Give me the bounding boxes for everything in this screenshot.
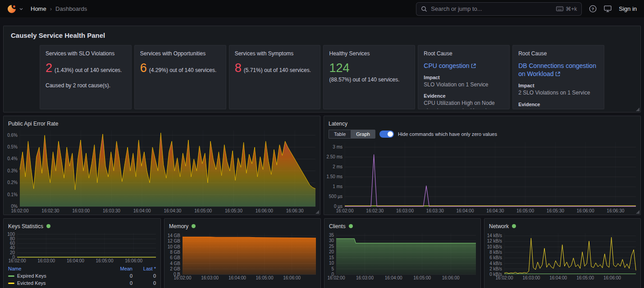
legend-col-name[interactable]: Name (8, 266, 111, 271)
keys-chart[interactable]: 10080604020016:02:0016:03:0016:04:0016:0… (4, 230, 160, 264)
svg-text:0.1%: 0.1% (7, 192, 18, 197)
help-icon[interactable]: ? (589, 5, 597, 13)
monitor-icon[interactable] (604, 5, 612, 12)
panel-title-text: Network (489, 223, 509, 230)
stat-title: Healthy Services (329, 50, 409, 57)
svg-text:16:03:00: 16:03:00 (522, 275, 540, 280)
legend-series-toggle[interactable]: Expired Keys (8, 273, 111, 279)
svg-text:16:04:00: 16:04:00 (549, 275, 567, 280)
impact-value: 2 SLO Violations on 1 Service (518, 89, 598, 96)
memory-panel-title[interactable]: Memory (164, 219, 320, 230)
panel-resize-handle[interactable] (636, 108, 639, 111)
evidence-value: CPU Utilization High on Node gke-chaos-s… (424, 99, 504, 109)
legend-col-mean[interactable]: Mean (111, 266, 132, 271)
legend-series-toggle[interactable]: Evicted Keys (8, 280, 111, 286)
clients-panel-title[interactable]: Clients (324, 219, 480, 230)
table-button[interactable]: Table (329, 130, 351, 139)
svg-text:16:03:30: 16:03:30 (426, 208, 444, 213)
impact-label: Impact (518, 83, 598, 88)
health-cards: Services with SLO Violations 2 (1.43%) o… (40, 45, 604, 109)
breadcrumb-dashboards[interactable]: Dashboards (55, 5, 87, 12)
svg-text:14 GB: 14 GB (168, 233, 181, 238)
svg-text:16:06:30: 16:06:30 (286, 208, 304, 213)
svg-text:3 ms: 3 ms (333, 144, 343, 149)
svg-text:10 GB: 10 GB (168, 244, 181, 249)
svg-text:16:04:00: 16:04:00 (385, 275, 402, 280)
keys-statistics-panel: Keys Statistics 10080604020016:02:0016:0… (3, 218, 161, 288)
clients-chart[interactable]: 3530252015105016:02:0016:03:0016:04:0016… (324, 230, 480, 281)
memory-panel: Memory 14 GB12 GB10 GB8 GB6 GB4 GB2 GB0 … (164, 218, 321, 288)
svg-text:16:06:30: 16:06:30 (607, 208, 624, 213)
latency-chart[interactable]: 3 ms2.50 ms2 ms1.50 ms1 ms500 µs0 µs16:0… (324, 140, 640, 214)
svg-text:16:02:30: 16:02:30 (41, 208, 59, 213)
dashboard: Causely Service Health Panel Services wi… (0, 18, 644, 288)
panel-title-text: Latency (329, 121, 347, 127)
stat-value: 6 (140, 62, 147, 74)
latency-panel: Latency Table Graph Hide commands which … (324, 116, 641, 215)
svg-text:16:06:00: 16:06:00 (577, 208, 594, 213)
external-link-icon (471, 63, 476, 68)
chevron-down-icon[interactable] (19, 7, 23, 11)
zero-values-toggle[interactable] (379, 130, 394, 138)
root-cause-link[interactable]: DB Connections congestion on Workload (518, 62, 598, 78)
svg-text:16:05:30: 16:05:30 (547, 208, 564, 213)
svg-text:12 GB: 12 GB (168, 238, 181, 243)
svg-text:0.4%: 0.4% (7, 156, 18, 161)
error-rate-panel-title[interactable]: Public Api Error Rate (4, 116, 320, 128)
series-label: Expired Keys (17, 273, 46, 279)
latency-panel-title[interactable]: Latency (324, 116, 640, 128)
grafana-logo-icon[interactable] (7, 4, 16, 14)
svg-text:16:06:00: 16:06:00 (125, 258, 142, 263)
panel-title-text: Memory (169, 223, 188, 230)
svg-text:16:04:00: 16:04:00 (67, 258, 84, 263)
root-cause-title: Root Cause (424, 50, 504, 57)
svg-text:16:05:00: 16:05:00 (96, 258, 114, 263)
svg-text:16:02:30: 16:02:30 (366, 208, 384, 213)
search-box[interactable]: ⌘+k (416, 2, 582, 16)
zero-values-toggle-label: Hide commands which have only zero value… (398, 131, 497, 137)
health-ok-dot (46, 224, 50, 228)
memory-chart[interactable]: 14 GB12 GB10 GB8 GB6 GB4 GB2 GB0 B16:02:… (164, 230, 320, 281)
breadcrumb-home[interactable]: Home (31, 5, 46, 12)
svg-text:0.5%: 0.5% (7, 144, 18, 149)
svg-text:10: 10 (329, 261, 334, 266)
svg-text:16:02:00: 16:02:00 (496, 275, 513, 280)
keyboard-icon (556, 6, 563, 11)
svg-text:16:03:00: 16:03:00 (37, 258, 55, 263)
svg-text:16:02:00: 16:02:00 (9, 258, 26, 263)
svg-text:16:03:00: 16:03:00 (201, 275, 219, 280)
stat-note: Caused by 2 root cause(s). (46, 82, 126, 89)
stat-title: Services with SLO Violations (46, 50, 126, 57)
graph-button[interactable]: Graph (351, 130, 375, 139)
health-ok-dot (512, 224, 516, 228)
svg-text:2 kB/s: 2 kB/s (489, 266, 502, 271)
sign-in-link[interactable]: Sign in (619, 5, 637, 12)
svg-text:16:06:00: 16:06:00 (283, 275, 301, 280)
legend-last-value: 0 (132, 280, 156, 286)
network-panel: Network 14 kB/s12 kB/s10 kB/s8 kB/s6 kB/… (484, 218, 641, 288)
svg-text:2 ms: 2 ms (333, 164, 343, 169)
svg-text:1 ms: 1 ms (333, 184, 343, 189)
network-panel-title[interactable]: Network (484, 219, 640, 230)
stat-detail: (1.43%) out of 140 services. (55, 67, 122, 73)
panel-title-text: Clients (329, 223, 346, 230)
legend-col-last[interactable]: Last * (132, 266, 156, 271)
network-chart[interactable]: 14 kB/s12 kB/s10 kB/s8 kB/s6 kB/s4 kB/s2… (484, 230, 640, 281)
stat-card-symptoms: Services with Symptoms 8 (5.71%) out of … (229, 45, 321, 109)
svg-text:16:06:00: 16:06:00 (256, 208, 273, 213)
series-color-mark (8, 283, 14, 284)
breadcrumb: Home › Dashboards (31, 5, 87, 12)
search-input[interactable] (431, 5, 553, 12)
error-rate-chart[interactable]: 0.6%0.5%0.4%0.3%0.2%0.1%0%16:02:0016:02:… (4, 128, 320, 214)
root-cause-link[interactable]: CPU congestion (424, 62, 504, 70)
health-panel-title[interactable]: Causely Service Health Panel (4, 26, 640, 39)
keys-panel-title[interactable]: Keys Statistics (4, 219, 160, 230)
search-icon (421, 6, 427, 12)
svg-text:20: 20 (329, 249, 334, 254)
svg-text:10 kB/s: 10 kB/s (487, 244, 502, 249)
breadcrumb-separator-icon: › (50, 5, 52, 12)
panel-resize-handle[interactable] (315, 210, 319, 214)
stat-value: 2 (46, 62, 52, 74)
panel-resize-handle[interactable] (636, 210, 639, 214)
series-label: Evicted Keys (17, 280, 46, 286)
